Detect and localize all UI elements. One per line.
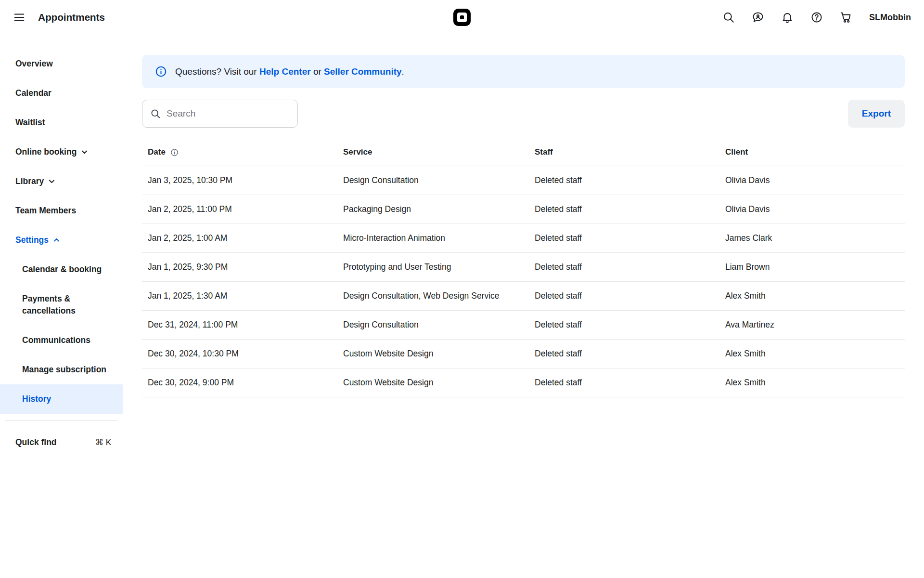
cell-staff: Deleted staff — [529, 224, 719, 253]
sidebar-item-label: Settings — [15, 234, 49, 246]
cell-staff: Deleted staff — [529, 340, 719, 368]
cell-date: Jan 1, 2025, 9:30 PM — [142, 253, 337, 282]
cell-date: Jan 3, 2025, 10:30 PM — [142, 166, 337, 195]
cell-client: Alex Smith — [719, 368, 905, 397]
table-body: Jan 3, 2025, 10:30 PMDesign Consultation… — [142, 166, 905, 397]
cell-service: Packaging Design — [337, 195, 529, 224]
sidebar-item-label: Library — [15, 175, 44, 187]
cell-service: Design Consultation — [337, 166, 529, 195]
cell-date: Jan 2, 2025, 1:00 AM — [142, 224, 337, 253]
notifications-bell-icon[interactable] — [781, 11, 794, 24]
table-row[interactable]: Dec 31, 2024, 11:00 PMDesign Consultatio… — [142, 311, 905, 340]
cell-date: Jan 2, 2025, 11:00 PM — [142, 195, 337, 224]
top-bar: Appointments SLMobbin — [0, 0, 924, 35]
sidebar-item-label: History — [22, 393, 51, 405]
sidebar-item-manage-subscription[interactable]: Manage subscription — [0, 355, 123, 384]
chevron-down-icon — [48, 178, 55, 185]
sidebar-item-label: Waitlist — [15, 117, 45, 129]
column-header-client: Client — [719, 141, 905, 166]
banner-text-suffix: . — [402, 66, 404, 77]
column-header-service: Service — [337, 141, 529, 166]
header-actions: SLMobbin — [722, 11, 911, 24]
chevron-up-icon — [53, 236, 60, 244]
sidebar-item-label: Calendar & booking — [22, 263, 102, 276]
sidebar-item-payments-cancellations[interactable]: Payments & cancellations — [0, 284, 123, 326]
cell-date: Dec 30, 2024, 10:30 PM — [142, 340, 337, 368]
messages-icon[interactable] — [752, 11, 764, 24]
sidebar-item-communications[interactable]: Communications — [0, 326, 123, 355]
sidebar-item-waitlist[interactable]: Waitlist — [0, 108, 123, 137]
info-icon[interactable] — [170, 148, 179, 157]
account-name[interactable]: SLMobbin — [869, 13, 911, 23]
search-box — [142, 100, 298, 128]
cart-icon[interactable] — [840, 11, 852, 24]
sidebar-item-history[interactable]: History — [0, 384, 123, 414]
sidebar-item-library[interactable]: Library — [0, 167, 123, 196]
cell-service: Design Consultation, Web Design Service — [337, 282, 529, 311]
main-content: Questions? Visit our Help Center or Sell… — [123, 35, 924, 397]
page-title: Appointments — [38, 12, 105, 23]
column-header-date: Date — [142, 141, 337, 166]
sidebar-item-settings[interactable]: Settings — [0, 225, 123, 255]
appointments-table: Date Service Staff Client Jan 3, 2025, 1… — [142, 141, 905, 397]
sidebar-item-team-members[interactable]: Team Members — [0, 196, 123, 225]
toolbar: Export — [142, 100, 905, 128]
quick-find-label: Quick find — [15, 436, 57, 448]
cell-staff: Deleted staff — [529, 253, 719, 282]
table-row[interactable]: Dec 30, 2024, 9:00 PMCustom Website Desi… — [142, 368, 905, 397]
cell-service: Custom Website Design — [337, 368, 529, 397]
chevron-down-icon — [81, 148, 88, 156]
column-header-staff: Staff — [529, 141, 719, 166]
cell-client: Ava Martinez — [719, 311, 905, 340]
banner-text-prefix: Questions? Visit our — [175, 66, 259, 77]
sidebar-item-label: Payments & cancellations — [22, 293, 110, 317]
cell-client: Liam Brown — [719, 253, 905, 282]
seller-community-link[interactable]: Seller Community — [324, 66, 402, 77]
quick-find-shortcut: ⌘ K — [95, 436, 111, 448]
cell-service: Prototyping and User Testing — [337, 253, 529, 282]
cell-staff: Deleted staff — [529, 368, 719, 397]
sidebar-item-online-booking[interactable]: Online booking — [0, 137, 123, 167]
cell-client: Olivia Davis — [719, 195, 905, 224]
sidebar-item-label: Team Members — [15, 205, 76, 217]
info-icon — [155, 66, 167, 78]
cell-client: Alex Smith — [719, 282, 905, 311]
sidebar-item-calendar-booking[interactable]: Calendar & booking — [0, 255, 123, 284]
search-input[interactable] — [142, 100, 297, 127]
help-icon[interactable] — [810, 11, 823, 24]
sidebar-item-calendar[interactable]: Calendar — [0, 79, 123, 108]
main-layout: Overview Calendar Waitlist Online bookin… — [0, 35, 924, 578]
square-logo[interactable] — [453, 9, 471, 26]
sidebar-item-label: Manage subscription — [22, 364, 106, 376]
help-center-link[interactable]: Help Center — [259, 66, 311, 77]
table-row[interactable]: Jan 2, 2025, 11:00 PMPackaging DesignDel… — [142, 195, 905, 224]
square-logo-dot — [460, 15, 464, 19]
sidebar-item-label: Online booking — [15, 146, 77, 158]
cell-staff: Deleted staff — [529, 282, 719, 311]
menu-icon[interactable] — [13, 11, 26, 24]
table-row[interactable]: Jan 1, 2025, 9:30 PMPrototyping and User… — [142, 253, 905, 282]
table-row[interactable]: Jan 2, 2025, 1:00 AMMicro-Interaction An… — [142, 224, 905, 253]
sidebar-item-overview[interactable]: Overview — [0, 49, 123, 79]
quick-find-button[interactable]: Quick find ⌘ K — [0, 428, 123, 457]
banner-text: Questions? Visit our Help Center or Sell… — [175, 66, 404, 77]
cell-staff: Deleted staff — [529, 166, 719, 195]
cell-date: Dec 30, 2024, 9:00 PM — [142, 368, 337, 397]
cell-client: James Clark — [719, 224, 905, 253]
table-row[interactable]: Jan 3, 2025, 10:30 PMDesign Consultation… — [142, 166, 905, 195]
cell-service: Design Consultation — [337, 311, 529, 340]
sidebar-item-label: Communications — [22, 334, 90, 346]
search-icon — [150, 108, 161, 119]
table-row[interactable]: Jan 1, 2025, 1:30 AMDesign Consultation,… — [142, 282, 905, 311]
cell-date: Dec 31, 2024, 11:00 PM — [142, 311, 337, 340]
table-row[interactable]: Dec 30, 2024, 10:30 PMCustom Website Des… — [142, 340, 905, 368]
column-header-label: Date — [148, 147, 166, 157]
cell-staff: Deleted staff — [529, 195, 719, 224]
search-icon[interactable] — [722, 11, 735, 24]
sidebar-divider — [5, 420, 118, 421]
cell-service: Custom Website Design — [337, 340, 529, 368]
sidebar-item-label: Overview — [15, 58, 53, 70]
export-button[interactable]: Export — [848, 100, 905, 128]
cell-client: Alex Smith — [719, 340, 905, 368]
sidebar: Overview Calendar Waitlist Online bookin… — [0, 35, 123, 457]
